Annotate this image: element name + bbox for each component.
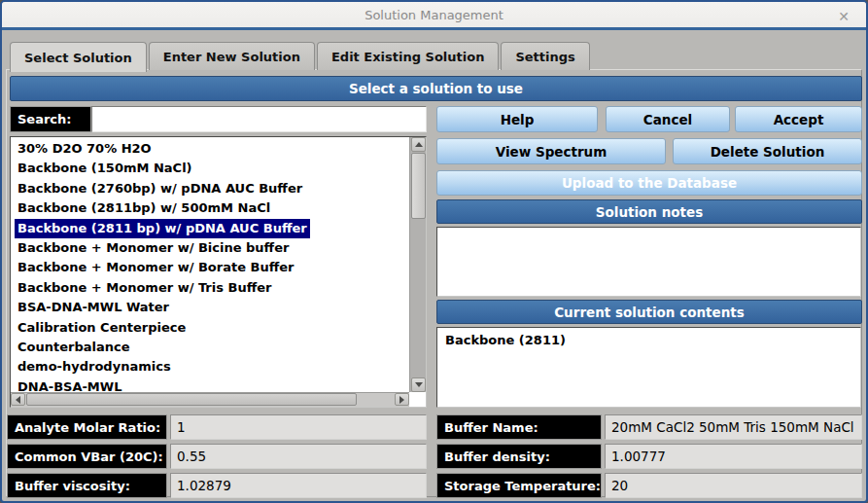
delete-solution-button[interactable]: Delete Solution: [673, 138, 862, 164]
list-item-label: Calibration Centerpiece: [15, 318, 189, 338]
horizontal-scroll-thumb[interactable]: [26, 393, 357, 406]
list-item-label: Backbone (2811 bp) w/ pDNA AUC Buffer: [15, 219, 310, 238]
tab-enter-new-solution[interactable]: Enter New Solution: [149, 42, 315, 70]
common-vbar-label: Common VBar (20C):: [7, 444, 167, 469]
list-item-label: Backbone (150mM NaCl): [15, 159, 195, 178]
tab-select-solution[interactable]: Select Solution: [10, 42, 147, 72]
vertical-scroll-thumb[interactable]: [411, 153, 426, 219]
list-item-label: Counterbalance: [15, 338, 133, 357]
solution-management-window: Solution Management ✕ Select Solution En…: [0, 0, 868, 503]
horizontal-scrollbar[interactable]: [11, 392, 409, 407]
list-item-label: Backbone + Monomer w/ Tris Buffer: [15, 278, 274, 298]
list-item[interactable]: Counterbalance: [15, 338, 409, 357]
view-spectrum-button[interactable]: View Spectrum: [436, 138, 666, 164]
list-item[interactable]: 30% D2O 70% H2O: [15, 139, 409, 159]
list-item[interactable]: Calibration Centerpiece: [15, 318, 409, 338]
scroll-left-icon[interactable]: [11, 393, 25, 406]
storage-temperature-value[interactable]: 20: [605, 473, 862, 498]
list-item-label: demo-hydrodynamics: [15, 357, 174, 377]
window-title: Solution Management: [365, 8, 503, 22]
tab-settings[interactable]: Settings: [501, 42, 589, 70]
scroll-right-icon[interactable]: [395, 393, 409, 406]
cancel-button[interactable]: Cancel: [606, 106, 730, 132]
list-item[interactable]: Backbone (2760bp) w/ pDNA AUC Buffer: [15, 179, 409, 198]
solution-notes-textarea[interactable]: [436, 227, 861, 297]
scrollbar-corner: [409, 392, 426, 407]
vertical-scrollbar[interactable]: [409, 137, 426, 392]
list-item-label: Backbone (2811bp) w/ 500mM NaCl: [15, 198, 273, 218]
list-item-label: Backbone (2811): [442, 331, 569, 350]
list-item[interactable]: Backbone (150mM NaCl): [15, 159, 409, 178]
search-label: Search:: [10, 106, 91, 132]
analyte-molar-ratio-value[interactable]: 1: [170, 414, 427, 440]
titlebar: Solution Management ✕: [2, 2, 866, 30]
buffer-name-label: Buffer Name:: [436, 414, 602, 440]
buffer-viscosity-label: Buffer viscosity:: [7, 473, 167, 498]
list-item[interactable]: Backbone + Monomer w/ Borate Buffer: [15, 258, 409, 277]
scroll-down-icon[interactable]: [411, 377, 426, 392]
list-item-label: Backbone + Monomer w/ Borate Buffer: [15, 258, 296, 277]
buffer-name-value[interactable]: 20mM CaCl2 50mM Tris 150mM NaCl: [605, 414, 862, 440]
current-solution-contents-header: Current solution contents: [436, 300, 862, 324]
list-item[interactable]: Backbone (2811bp) w/ 500mM NaCl: [15, 198, 409, 218]
help-button[interactable]: Help: [436, 106, 598, 132]
list-item[interactable]: Backbone (2811): [442, 331, 860, 350]
list-item-label: Backbone (2760bp) w/ pDNA AUC Buffer: [15, 179, 305, 198]
close-icon[interactable]: ✕: [835, 8, 852, 25]
banner-select-solution: Select a solution to use: [10, 76, 862, 101]
tab-edit-existing-solution[interactable]: Edit Existing Solution: [317, 42, 499, 70]
list-item-label: Backbone + Monomer w/ Bicine buffer: [15, 238, 292, 258]
list-item[interactable]: BSA-DNA-MWL Water: [15, 298, 409, 317]
scroll-up-icon[interactable]: [411, 137, 426, 152]
buffer-density-value[interactable]: 1.00777: [605, 444, 862, 469]
current-solution-contents-list[interactable]: Backbone (2811): [436, 327, 861, 408]
storage-temperature-label: Storage Temperature:: [436, 473, 602, 498]
upload-to-database-button[interactable]: Upload to the Database: [436, 170, 862, 196]
buffer-density-label: Buffer density:: [436, 444, 602, 469]
list-item-label: BSA-DNA-MWL Water: [15, 298, 172, 317]
list-item[interactable]: Backbone + Monomer w/ Tris Buffer: [15, 278, 409, 298]
list-item[interactable]: Backbone + Monomer w/ Bicine buffer: [15, 238, 409, 258]
search-input[interactable]: [91, 106, 427, 132]
solution-list: 30% D2O 70% H2OBackbone (150mM NaCl)Back…: [11, 137, 409, 392]
analyte-molar-ratio-label: Analyte Molar Ratio:: [7, 414, 167, 440]
solution-notes-header: Solution notes: [436, 199, 862, 224]
accept-button[interactable]: Accept: [735, 106, 862, 132]
list-item[interactable]: demo-hydrodynamics: [15, 357, 409, 377]
solution-listbox[interactable]: 30% D2O 70% H2OBackbone (150mM NaCl)Back…: [10, 136, 427, 408]
list-item[interactable]: DNA-BSA-MWL: [15, 377, 409, 392]
buffer-viscosity-value[interactable]: 1.02879: [170, 473, 427, 498]
list-item-label: DNA-BSA-MWL: [15, 377, 124, 392]
common-vbar-value[interactable]: 0.55: [170, 444, 427, 469]
list-item[interactable]: Backbone (2811 bp) w/ pDNA AUC Buffer: [15, 219, 409, 238]
tab-bar: Select Solution Enter New Solution Edit …: [10, 42, 592, 70]
list-item-label: 30% D2O 70% H2O: [15, 139, 155, 159]
